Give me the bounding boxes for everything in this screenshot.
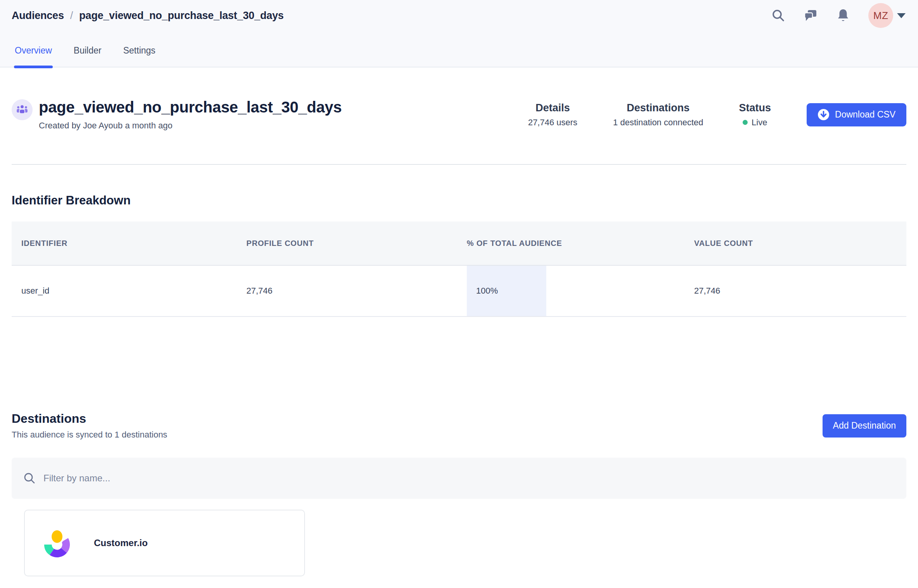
- destination-card-customerio[interactable]: Customer.io: [24, 510, 305, 576]
- pct-highlight-bar: 100%: [467, 266, 546, 316]
- add-destination-button[interactable]: Add Destination: [823, 414, 906, 438]
- cell-value-count: 27,746: [684, 266, 906, 316]
- cell-pct-of-total: 100%: [457, 266, 684, 316]
- stat-value: 1 destination connected: [613, 118, 703, 128]
- destination-name: Customer.io: [94, 538, 148, 548]
- tab-bar: Overview Builder Settings: [0, 31, 918, 67]
- chat-icon[interactable]: [803, 8, 818, 23]
- cell-identifier: user_id: [12, 266, 237, 316]
- column-header-pct-of-total: % OF TOTAL AUDIENCE: [457, 221, 684, 265]
- tab-label: Overview: [15, 45, 52, 56]
- breadcrumb-separator: /: [70, 10, 73, 22]
- stat-label: Destinations: [613, 102, 703, 114]
- stat-label: Details: [528, 102, 577, 114]
- people-group-icon: [12, 99, 33, 120]
- status-badge: Live: [752, 118, 767, 128]
- download-csv-label: Download CSV: [835, 109, 895, 120]
- filter-bar[interactable]: [12, 458, 906, 499]
- audience-header: page_viewed_no_purchase_last_30_days Cre…: [12, 67, 906, 165]
- column-header-value-count: VALUE COUNT: [684, 221, 906, 265]
- stat-details: Details 27,746 users: [528, 102, 577, 128]
- stat-label: Status: [739, 102, 771, 114]
- column-header-profile-count: PROFILE COUNT: [237, 221, 457, 265]
- column-header-identifier: IDENTIFIER: [12, 221, 237, 265]
- breadcrumb-current-page: page_viewed_no_purchase_last_30_days: [79, 10, 284, 22]
- circle-arrow-down-icon: [818, 109, 830, 121]
- chevron-down-icon[interactable]: [897, 13, 906, 18]
- tab-settings[interactable]: Settings: [122, 31, 156, 67]
- identifier-breakdown-section: Identifier Breakdown IDENTIFIER PROFILE …: [12, 194, 906, 317]
- destinations-section: Destinations This audience is synced to …: [12, 412, 906, 576]
- top-navigation-band: Audiences / page_viewed_no_purchase_last…: [0, 0, 918, 67]
- destinations-title: Destinations: [12, 412, 167, 426]
- tab-overview[interactable]: Overview: [14, 31, 53, 67]
- table-header: IDENTIFIER PROFILE COUNT % OF TOTAL AUDI…: [12, 221, 906, 266]
- avatar[interactable]: MZ: [868, 3, 893, 28]
- breadcrumb-audiences-link[interactable]: Audiences: [12, 10, 64, 22]
- search-icon: [23, 472, 36, 484]
- stat-value: 27,746 users: [528, 118, 577, 128]
- identifier-breakdown-title: Identifier Breakdown: [12, 194, 906, 208]
- add-destination-label: Add Destination: [833, 420, 896, 431]
- stat-status: Status Live: [739, 102, 771, 128]
- tab-builder[interactable]: Builder: [73, 31, 102, 67]
- stat-destinations: Destinations 1 destination connected: [613, 102, 703, 128]
- created-by-text: Created by Joe Ayoub a month ago: [39, 121, 342, 131]
- bell-icon[interactable]: [836, 8, 850, 23]
- status-live-dot: [743, 120, 748, 125]
- page-title: page_viewed_no_purchase_last_30_days: [39, 99, 342, 116]
- destinations-subtitle: This audience is synced to 1 destination…: [12, 430, 167, 440]
- cell-profile-count: 27,746: [237, 266, 457, 316]
- download-csv-button[interactable]: Download CSV: [807, 103, 906, 126]
- tab-label: Settings: [123, 45, 155, 56]
- filter-by-name-input[interactable]: [43, 473, 895, 484]
- search-icon[interactable]: [771, 9, 785, 22]
- tab-label: Builder: [74, 45, 102, 56]
- customerio-logo: [43, 529, 71, 557]
- breadcrumb: Audiences / page_viewed_no_purchase_last…: [12, 10, 284, 22]
- table-row: user_id 27,746 100% 27,746: [12, 266, 906, 317]
- avatar-initials: MZ: [873, 10, 889, 22]
